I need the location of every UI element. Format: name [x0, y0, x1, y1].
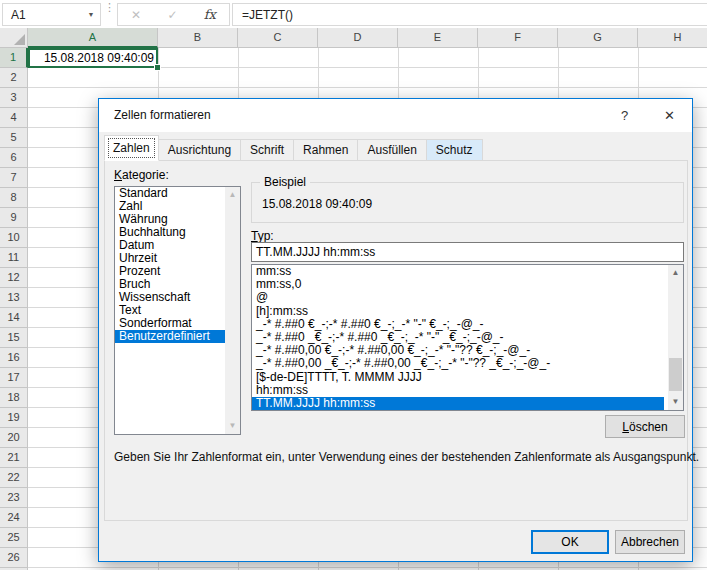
row-header-11[interactable]: 11 [0, 248, 28, 268]
dialog-tabs: ZahlenAusrichtungSchriftRahmenAusfüllenS… [104, 135, 482, 161]
format-type-option[interactable]: [$-de-DE]TTTT, T. MMMM JJJJ [252, 371, 683, 384]
dialog-help-text: Geben Sie Ihr Zahlenformat ein, unter Ve… [114, 450, 699, 464]
column-header-h[interactable]: H [638, 28, 707, 48]
active-cell-a1[interactable]: 15.08.2018 09:40:09 [28, 48, 158, 68]
column-header-d[interactable]: D [318, 28, 398, 48]
category-listbox[interactable]: StandardZahlWährungBuchhaltungDatumUhrze… [114, 186, 241, 435]
row-header-21[interactable]: 21 [0, 448, 28, 468]
column-header-e[interactable]: E [398, 28, 478, 48]
row-header-5[interactable]: 5 [0, 128, 28, 148]
format-type-option[interactable]: [h]:mm:ss [252, 305, 683, 318]
row-header-20[interactable]: 20 [0, 428, 28, 448]
row-header-24[interactable]: 24 [0, 508, 28, 528]
dialog-help-button[interactable]: ? [602, 99, 647, 131]
format-type-option[interactable]: mm:ss,0 [252, 278, 683, 291]
column-header-c[interactable]: C [238, 28, 318, 48]
format-type-option[interactable]: _-* #.##0 €_-;-* #.##0 €_-;_-* "-" €_-;_… [252, 318, 683, 331]
scroll-down-icon[interactable]: ▼ [668, 394, 683, 410]
name-box[interactable]: A1 ▼ [2, 3, 101, 26]
dialog-title: Zellen formatieren [114, 99, 211, 132]
column-header-g[interactable]: G [558, 28, 638, 48]
select-all-triangle-icon [14, 34, 25, 45]
dialog-titlebar[interactable]: Zellen formatieren ? ✕ [99, 99, 692, 132]
row-header-9[interactable]: 9 [0, 208, 28, 228]
grid-line [28, 87, 707, 88]
name-box-value: A1 [3, 8, 82, 22]
format-type-listbox[interactable]: mm:ssmm:ss,0@[h]:mm:ss_-* #.##0 €_-;-* #… [251, 264, 684, 411]
row-header-4[interactable]: 4 [0, 108, 28, 128]
row-header-16[interactable]: 16 [0, 348, 28, 368]
tab-schrift[interactable]: Schrift [240, 139, 294, 161]
formula-bar-handle-icon[interactable]: ⋮ [104, 4, 115, 10]
category-option[interactable]: Benutzerdefiniert [115, 330, 240, 343]
grid-line [28, 567, 707, 568]
select-all-corner[interactable] [0, 28, 28, 48]
row-header-15[interactable]: 15 [0, 328, 28, 348]
insert-function-icon[interactable]: fx [204, 7, 216, 22]
dialog-close-icon[interactable]: ✕ [647, 99, 692, 131]
row-header-25[interactable]: 25 [0, 528, 28, 548]
row-header-26[interactable]: 26 [0, 548, 28, 568]
row-header-2[interactable]: 2 [0, 68, 28, 88]
format-type-option[interactable]: @ [252, 291, 683, 304]
type-input[interactable]: TT.MM.JJJJ hh:mm:ss [251, 242, 684, 262]
example-groupbox: Beispiel 15.08.2018 09:40:09 [251, 182, 684, 223]
tab-ausfüllen[interactable]: Ausfüllen [357, 139, 426, 161]
scroll-up-icon[interactable]: ▲ [668, 265, 683, 281]
tab-schutz[interactable]: Schutz [426, 139, 483, 161]
formula-bar-buttons: ✕ ✓ fx [117, 3, 230, 26]
example-label: Beispiel [260, 175, 310, 189]
row-header-1[interactable]: 1 [0, 48, 28, 68]
row-header-7[interactable]: 7 [0, 168, 28, 188]
delete-button[interactable]: Löschen [605, 415, 685, 438]
ok-button[interactable]: OK [531, 530, 609, 554]
cancel-entry-icon[interactable]: ✕ [131, 8, 141, 22]
format-list-scrollbar[interactable]: ▲ ▼ [668, 265, 683, 410]
formula-input[interactable]: =JETZT() [232, 3, 707, 26]
row-header-23[interactable]: 23 [0, 488, 28, 508]
row-header-3[interactable]: 3 [0, 88, 28, 108]
tab-ausrichtung[interactable]: Ausrichtung [158, 139, 241, 161]
format-type-option[interactable]: hh:mm:ss [252, 384, 683, 397]
column-header-a[interactable]: A [28, 28, 158, 48]
format-type-option[interactable]: mm:ss [252, 265, 683, 278]
fill-handle[interactable] [154, 64, 161, 71]
row-header-13[interactable]: 13 [0, 288, 28, 308]
format-cells-dialog: Zellen formatieren ? ✕ ZahlenAusrichtung… [98, 98, 693, 562]
example-value: 15.08.2018 09:40:09 [262, 197, 372, 211]
scroll-down-icon[interactable]: ▼ [225, 418, 240, 434]
row-header-17[interactable]: 17 [0, 368, 28, 388]
row-header-22[interactable]: 22 [0, 468, 28, 488]
formula-text: =JETZT() [233, 8, 293, 22]
tab-zahlen[interactable]: Zahlen [104, 135, 159, 161]
format-type-option[interactable]: TT.MM.JJJJ hh:mm:ss [252, 397, 664, 410]
column-header-f[interactable]: F [478, 28, 558, 48]
row-header-10[interactable]: 10 [0, 228, 28, 248]
format-type-option[interactable]: _-* #.##0,00 _€_-;-* #.##0,00 _€_-;_-* "… [252, 357, 683, 370]
row-header-19[interactable]: 19 [0, 408, 28, 428]
tab-label: Zahlen [108, 138, 155, 158]
type-label: Typ: [251, 229, 274, 243]
category-scrollbar[interactable]: ▲ ▼ [225, 187, 240, 434]
scroll-up-icon[interactable]: ▲ [225, 187, 240, 203]
row-header-12[interactable]: 12 [0, 268, 28, 288]
category-label: Kategorie: [114, 168, 169, 182]
scrollbar-thumb[interactable] [669, 358, 682, 391]
column-header-b[interactable]: B [158, 28, 238, 48]
confirm-entry-icon[interactable]: ✓ [167, 8, 177, 22]
row-header-18[interactable]: 18 [0, 388, 28, 408]
row-header-14[interactable]: 14 [0, 308, 28, 328]
formula-bar: A1 ▼ ⋮ ✕ ✓ fx =JETZT() [0, 0, 707, 29]
name-box-dropdown-icon[interactable]: ▼ [82, 11, 100, 18]
tab-rahmen[interactable]: Rahmen [293, 139, 358, 161]
row-header-8[interactable]: 8 [0, 188, 28, 208]
row-header-6[interactable]: 6 [0, 148, 28, 168]
cancel-button[interactable]: Abbrechen [615, 530, 685, 554]
